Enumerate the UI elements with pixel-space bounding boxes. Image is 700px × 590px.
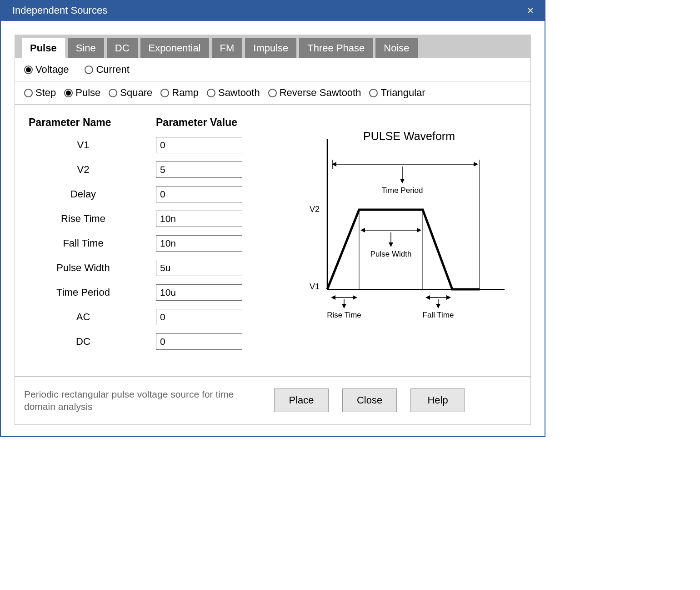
param-input-ac[interactable] (156, 309, 242, 325)
diagram-v1-label: V1 (310, 282, 320, 291)
tab-dc[interactable]: DC (107, 38, 138, 58)
param-input-v2[interactable] (156, 161, 242, 178)
radio-pulse-label: Pulse (75, 87, 100, 99)
radio-icon (24, 89, 33, 97)
diagram-fall-time-label: Fall Time (423, 311, 454, 319)
param-row-time-period: Time Period (29, 284, 279, 301)
window-titlebar: Independent Sources × (1, 1, 545, 21)
dialog-window: Independent Sources × Pulse Sine DC Expo… (0, 0, 545, 437)
radio-square[interactable]: Square (109, 87, 152, 99)
radio-reverse-sawtooth-label: Reverse Sawtooth (280, 87, 361, 99)
radio-step-label: Step (35, 87, 56, 99)
param-row-v1: V1 (29, 137, 279, 153)
tab-fm[interactable]: FM (212, 38, 243, 58)
parameter-area: Parameter Name Parameter Value V1 V2 Del… (15, 105, 530, 377)
tab-panel: Voltage Current Step Pulse (15, 58, 531, 425)
radio-triangular[interactable]: Triangular (369, 87, 425, 99)
radio-voltage-label: Voltage (35, 64, 69, 76)
tab-strip: Pulse Sine DC Exponential FM Impulse Thr… (15, 35, 531, 58)
place-button[interactable]: Place (274, 388, 329, 412)
waveform-diagram: PULSE Waveform V2 V1 (279, 116, 530, 358)
param-row-pulse-width: Pulse Width (29, 260, 279, 276)
radio-pulse[interactable]: Pulse (64, 87, 100, 99)
parameter-header: Parameter Name Parameter Value (29, 116, 279, 129)
tab-three-phase[interactable]: Three Phase (299, 38, 373, 58)
tab-noise[interactable]: Noise (375, 38, 417, 58)
diagram-v2-label: V2 (310, 205, 320, 214)
radio-ramp-label: Ramp (172, 87, 199, 99)
param-row-delay: Delay (29, 186, 279, 202)
radio-icon (268, 89, 277, 97)
param-input-v1[interactable] (156, 137, 242, 153)
radio-step[interactable]: Step (24, 87, 56, 99)
window-content: Pulse Sine DC Exponential FM Impulse Thr… (1, 21, 545, 436)
diagram-time-period-label: Time Period (381, 186, 423, 195)
param-input-fall-time[interactable] (156, 235, 242, 252)
diagram-rise-time-label: Rise Time (327, 311, 361, 319)
radio-icon (109, 89, 117, 97)
param-input-time-period[interactable] (156, 284, 242, 301)
param-label: DC (29, 336, 156, 348)
radio-sawtooth[interactable]: Sawtooth (207, 87, 260, 99)
param-label: Time Period (29, 287, 156, 298)
header-parameter-value: Parameter Value (156, 116, 279, 129)
param-label: V1 (29, 139, 156, 151)
radio-sawtooth-label: Sawtooth (218, 87, 260, 99)
param-label: Fall Time (29, 237, 156, 249)
window-title: Independent Sources (12, 5, 107, 16)
dialog-footer: Periodic rectangular pulse voltage sourc… (15, 377, 530, 424)
radio-icon (160, 89, 169, 97)
source-type-row: Voltage Current (15, 58, 530, 81)
param-row-rise-time: Rise Time (29, 211, 279, 227)
param-label: V2 (29, 164, 156, 176)
close-button[interactable]: Close (342, 388, 397, 412)
radio-icon (369, 89, 378, 97)
param-label: Delay (29, 188, 156, 200)
radio-square-label: Square (120, 87, 152, 99)
header-parameter-name: Parameter Name (29, 116, 156, 129)
tab-pulse[interactable]: Pulse (22, 38, 65, 58)
param-label: Pulse Width (29, 262, 156, 274)
param-row-fall-time: Fall Time (29, 235, 279, 252)
param-row-v2: V2 (29, 161, 279, 178)
tab-impulse[interactable]: Impulse (245, 38, 296, 58)
footer-description: Periodic rectangular pulse voltage sourc… (24, 388, 260, 413)
diagram-title: PULSE Waveform (363, 130, 455, 142)
radio-icon (64, 89, 73, 97)
radio-current-label: Current (96, 64, 129, 76)
waveform-row: Step Pulse Square Ramp Sawtooth (15, 81, 530, 105)
diagram-pulse-width-label: Pulse Width (370, 250, 412, 258)
radio-voltage[interactable]: Voltage (24, 64, 69, 76)
radio-ramp[interactable]: Ramp (160, 87, 199, 99)
close-icon[interactable]: × (524, 5, 537, 16)
radio-icon (207, 89, 215, 97)
param-input-pulse-width[interactable] (156, 260, 242, 276)
parameter-table: Parameter Name Parameter Value V1 V2 Del… (29, 116, 279, 358)
radio-icon (24, 66, 33, 74)
param-input-delay[interactable] (156, 186, 242, 202)
radio-icon (85, 66, 93, 74)
help-button[interactable]: Help (410, 388, 465, 412)
tab-sine[interactable]: Sine (68, 38, 104, 58)
radio-triangular-label: Triangular (380, 87, 425, 99)
param-row-ac: AC (29, 309, 279, 325)
radio-current[interactable]: Current (85, 64, 129, 76)
tab-exponential[interactable]: Exponential (140, 38, 209, 58)
radio-reverse-sawtooth[interactable]: Reverse Sawtooth (268, 87, 361, 99)
param-row-dc: DC (29, 333, 279, 350)
param-label: AC (29, 311, 156, 323)
param-input-dc[interactable] (156, 333, 242, 350)
param-label: Rise Time (29, 213, 156, 225)
param-input-rise-time[interactable] (156, 211, 242, 227)
